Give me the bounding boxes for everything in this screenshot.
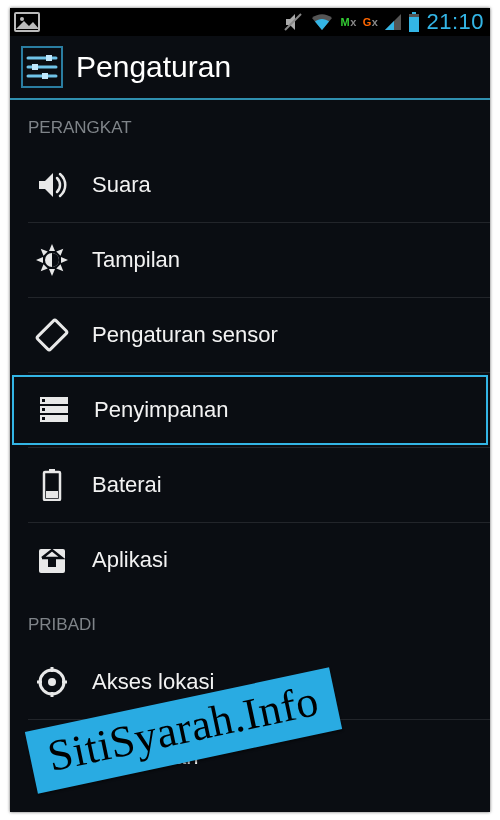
battery-icon xyxy=(34,467,70,503)
gallery-icon xyxy=(14,12,40,32)
settings-list[interactable]: Perangkat Suara Tampilan Pengaturan sens… xyxy=(10,100,490,812)
item-label: Baterai xyxy=(92,472,162,498)
svg-rect-23 xyxy=(46,491,58,498)
svg-rect-11 xyxy=(32,64,38,70)
item-apps[interactable]: Aplikasi xyxy=(12,525,488,595)
item-storage[interactable]: Penyimpanan xyxy=(12,375,488,445)
svg-rect-12 xyxy=(42,73,48,79)
svg-rect-20 xyxy=(42,417,45,420)
item-sound[interactable]: Suara xyxy=(12,150,488,220)
item-label: Pengaturan sensor xyxy=(92,322,278,348)
svg-rect-18 xyxy=(42,399,45,402)
svg-rect-5 xyxy=(409,17,419,32)
svg-point-27 xyxy=(48,678,56,686)
battery-icon xyxy=(408,12,420,32)
divider xyxy=(28,297,490,298)
divider xyxy=(28,522,490,523)
sensor-icon xyxy=(34,317,70,353)
phone-frame: Mx Gx 21:10 Pengaturan Peran xyxy=(10,8,490,812)
status-right: Mx Gx 21:10 xyxy=(282,9,484,35)
svg-rect-14 xyxy=(36,319,67,350)
item-label: Aplikasi xyxy=(92,547,168,573)
page-title: Pengaturan xyxy=(76,50,231,84)
item-label: Tampilan xyxy=(92,247,180,273)
item-label: Suara xyxy=(92,172,151,198)
display-icon xyxy=(34,242,70,278)
action-bar: Pengaturan xyxy=(10,36,490,100)
sim2-indicator: Gx xyxy=(363,16,379,28)
svg-point-1 xyxy=(20,17,24,21)
divider xyxy=(28,372,490,373)
vibrate-mute-icon xyxy=(282,11,304,33)
svg-rect-3 xyxy=(412,12,416,14)
location-icon xyxy=(34,664,70,700)
sound-icon xyxy=(34,167,70,203)
item-sensor-settings[interactable]: Pengaturan sensor xyxy=(12,300,488,370)
divider xyxy=(28,222,490,223)
settings-icon xyxy=(20,45,64,89)
status-left xyxy=(14,12,40,32)
storage-icon xyxy=(36,392,72,428)
svg-rect-19 xyxy=(42,408,45,411)
item-label: Akses lokasi xyxy=(92,669,214,695)
section-header-personal: Pribadi xyxy=(10,597,490,645)
signal-icon xyxy=(384,13,402,31)
section-header-device: Perangkat xyxy=(10,100,490,148)
svg-rect-25 xyxy=(48,559,56,567)
status-clock: 21:10 xyxy=(426,9,484,35)
svg-rect-10 xyxy=(46,55,52,61)
item-label: Penyimpanan xyxy=(94,397,229,423)
sim1-indicator: Mx xyxy=(340,16,356,28)
wifi-icon xyxy=(310,12,334,32)
apps-icon xyxy=(34,542,70,578)
divider xyxy=(28,447,490,448)
item-battery[interactable]: Baterai xyxy=(12,450,488,520)
status-bar: Mx Gx 21:10 xyxy=(10,8,490,36)
item-display[interactable]: Tampilan xyxy=(12,225,488,295)
